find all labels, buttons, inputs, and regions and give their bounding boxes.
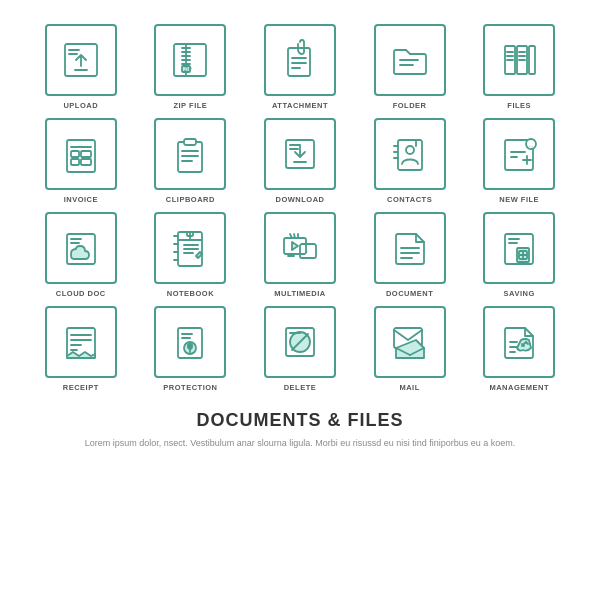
mail-item: MAIL <box>359 306 461 392</box>
contacts-item: CONTACTS <box>359 118 461 204</box>
multimedia-label: MULTIMEDIA <box>274 289 326 298</box>
new-file-label: NEW FILE <box>499 195 539 204</box>
notebook-item: NOTEBOOK <box>140 212 242 298</box>
mail-icon-box <box>374 306 446 378</box>
protection-item: PROTECTION <box>140 306 242 392</box>
saving-icon-box <box>483 212 555 284</box>
attachment-label: ATTACHMENT <box>272 101 328 110</box>
svg-rect-32 <box>81 151 91 157</box>
svg-text:…: … <box>529 141 536 148</box>
clipboard-label: CLIPBOARD <box>166 195 215 204</box>
management-label: MANAGEMENT <box>489 383 549 392</box>
zip-file-icon-box: ZIP <box>154 24 226 96</box>
receipt-icon-box <box>45 306 117 378</box>
cloud-doc-label: CLOUD DOC <box>56 289 106 298</box>
footer-title: DOCUMENTS & FILES <box>85 410 516 431</box>
multimedia-item: ♪ MULTIMEDIA <box>249 212 351 298</box>
document-item: DOCUMENT <box>359 212 461 298</box>
invoice-icon-box <box>45 118 117 190</box>
svg-text:ZIP: ZIP <box>184 66 192 72</box>
notebook-icon-box <box>154 212 226 284</box>
download-label: DOWNLOAD <box>275 195 324 204</box>
delete-label: DELETE <box>284 383 317 392</box>
upload-label: UPLOAD <box>63 101 98 110</box>
folder-icon-box <box>374 24 446 96</box>
receipt-item: RECEIPT <box>30 306 132 392</box>
invoice-label: INVOICE <box>64 195 98 204</box>
footer-text: Lorem ipsum dolor, nsect. Vestibulum ana… <box>85 437 516 451</box>
svg-rect-35 <box>178 142 202 172</box>
receipt-label: RECEIPT <box>63 383 99 392</box>
svg-rect-45 <box>398 140 422 170</box>
saving-item: SAVING <box>468 212 570 298</box>
multimedia-icon-box: ♪ <box>264 212 336 284</box>
svg-rect-31 <box>71 151 79 157</box>
document-label: DOCUMENT <box>386 289 433 298</box>
download-icon-box <box>264 118 336 190</box>
folder-item: FOLDER <box>359 24 461 110</box>
protection-label: PROTECTION <box>163 383 217 392</box>
svg-rect-33 <box>71 159 79 165</box>
svg-rect-28 <box>529 46 535 74</box>
svg-rect-73 <box>300 244 316 258</box>
clipboard-icon-box <box>154 118 226 190</box>
files-icon-box <box>483 24 555 96</box>
svg-line-77 <box>294 234 295 238</box>
folder-label: FOLDER <box>393 101 427 110</box>
notebook-label: NOTEBOOK <box>167 289 214 298</box>
attachment-icon-box <box>264 24 336 96</box>
svg-marker-72 <box>292 242 298 250</box>
zip-file-item: ZIP ZIP FILE <box>140 24 242 110</box>
contacts-icon-box <box>374 118 446 190</box>
mail-label: MAIL <box>399 383 419 392</box>
contacts-label: CONTACTS <box>387 195 432 204</box>
management-item: MANAGEMENT <box>468 306 570 392</box>
download-item: DOWNLOAD <box>249 118 351 204</box>
protection-icon-box <box>154 306 226 378</box>
management-icon-box <box>483 306 555 378</box>
delete-icon-box <box>264 306 336 378</box>
new-file-icon-box: … <box>483 118 555 190</box>
document-icon-box <box>374 212 446 284</box>
svg-point-49 <box>406 146 414 154</box>
upload-item: UPLOAD <box>30 24 132 110</box>
svg-text:♪: ♪ <box>304 247 308 256</box>
cloud-doc-icon-box <box>45 212 117 284</box>
new-file-item: … NEW FILE <box>468 118 570 204</box>
saving-label: SAVING <box>504 289 535 298</box>
svg-rect-36 <box>184 139 196 145</box>
files-label: FILES <box>507 101 531 110</box>
footer: DOCUMENTS & FILES Lorem ipsum dolor, nse… <box>45 402 556 451</box>
files-item: FILES <box>468 24 570 110</box>
delete-item: DELETE <box>249 306 351 392</box>
invoice-item: INVOICE <box>30 118 132 204</box>
zip-file-label: ZIP FILE <box>173 101 207 110</box>
attachment-item: ATTACHMENT <box>249 24 351 110</box>
icon-grid: UPLOAD ZIP ZIP FILE <box>0 0 600 402</box>
cloud-doc-item: CLOUD DOC <box>30 212 132 298</box>
svg-rect-34 <box>81 159 91 165</box>
clipboard-item: CLIPBOARD <box>140 118 242 204</box>
upload-icon-box <box>45 24 117 96</box>
